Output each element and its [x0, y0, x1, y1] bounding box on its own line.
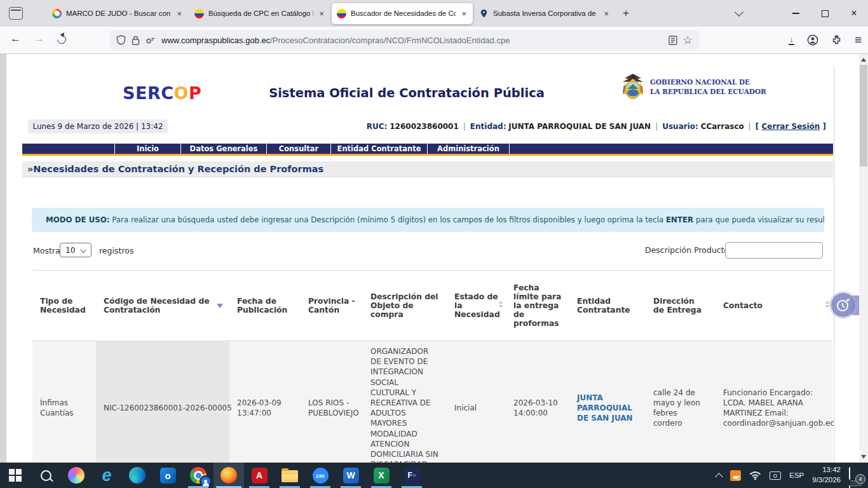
- extensions-puzzle-icon[interactable]: [831, 35, 842, 46]
- cell-tipo: Ínfimas Cuantías: [32, 341, 96, 475]
- records-per-page-select[interactable]: 10: [60, 243, 92, 257]
- window-maximize-button[interactable]: [811, 0, 839, 27]
- excel-button[interactable]: X: [366, 463, 397, 488]
- reader-mode-icon[interactable]: [668, 36, 677, 45]
- edge-button[interactable]: [122, 463, 153, 488]
- internet-explorer-button[interactable]: e: [92, 463, 122, 488]
- url-bar[interactable]: www.compraspublicas.gob.ec/ProcesoContra…: [110, 30, 699, 50]
- show-label: Mostrar: [33, 246, 64, 255]
- chrome-button[interactable]: [183, 463, 214, 488]
- tab-subasta-inversa[interactable]: Subasta Inversa Corporativa de ×: [474, 3, 615, 24]
- nav-item-consultar[interactable]: Consultar: [267, 144, 331, 154]
- account-icon[interactable]: [807, 34, 818, 46]
- chrome-profile-badge-icon: [200, 475, 212, 487]
- outlook-button[interactable]: o: [153, 463, 183, 488]
- page-title: Sistema Oficial de Contratación Pública: [216, 86, 597, 100]
- divider: |: [655, 122, 658, 131]
- cell-fecha-limite: 2026-03-10 14:00:00: [506, 341, 569, 475]
- product-filter-label: Descripción Producto:: [645, 245, 731, 255]
- copilot-button[interactable]: [61, 463, 92, 488]
- downloads-icon[interactable]: ↓: [789, 35, 794, 45]
- start-button[interactable]: [0, 463, 31, 488]
- content-right-border: [834, 67, 834, 463]
- entity-link[interactable]: JUNTA PARROQUIAL DE SAN JUAN: [577, 393, 633, 423]
- logout-bracket: ]: [820, 122, 826, 131]
- col-label: Descripción del Objeto de compra: [370, 292, 438, 319]
- tab-marco-de-judo[interactable]: MARCO DE JUDO - Buscar con G ×: [47, 3, 188, 24]
- logout-link[interactable]: Cerrar Sesión: [762, 122, 820, 131]
- scrollbar-thumb[interactable]: [860, 65, 867, 166]
- acrobat-button[interactable]: A: [244, 463, 275, 488]
- divider: |: [463, 122, 466, 131]
- col-header-estado[interactable]: Estado de la Necesidad: [447, 271, 506, 341]
- firefox-button[interactable]: [214, 463, 244, 488]
- nav-item-datos-generales[interactable]: Datos Generales: [181, 144, 267, 154]
- browser-toolbar: ← → www.compraspublicas.gob.ec/ProcesoCo…: [0, 27, 868, 54]
- nav-item-inicio[interactable]: Inicio: [115, 144, 181, 154]
- java-update-icon[interactable]: [730, 470, 741, 481]
- col-header-descripcion[interactable]: Descripción del Objeto de compra: [363, 271, 447, 341]
- word-button[interactable]: W: [336, 463, 366, 488]
- hamburger-menu-icon[interactable]: ≡: [855, 33, 862, 47]
- col-header-tipo[interactable]: Tipo de Necesidad: [32, 271, 96, 341]
- sort-icons[interactable]: [498, 301, 503, 308]
- ruc-label: RUC:: [367, 122, 388, 131]
- language-indicator[interactable]: ESP: [789, 471, 804, 479]
- bookmark-star-icon[interactable]: ☆: [683, 34, 693, 47]
- window-minimize-button[interactable]: [782, 0, 810, 27]
- zoom-button[interactable]: zm: [305, 463, 336, 488]
- acrobat-icon: A: [252, 468, 268, 484]
- taskbar-search-button[interactable]: [31, 463, 61, 488]
- ecuador-coat-of-arms-icon: [620, 73, 646, 101]
- scroll-down-icon[interactable]: [861, 455, 866, 459]
- ruc-value: 1260023860001: [390, 122, 459, 131]
- tab-close-icon[interactable]: ×: [602, 10, 610, 18]
- back-button[interactable]: ←: [10, 32, 21, 45]
- clock[interactable]: 13:42 9/3/2026: [812, 465, 841, 485]
- lock-icon[interactable]: [132, 36, 140, 45]
- window-close-button[interactable]: ×: [840, 0, 868, 27]
- tab-close-icon[interactable]: ×: [175, 10, 183, 18]
- cell-descripcion: ORGANIZADOR DE EVENTO DE INTEGRACION SOC…: [363, 341, 447, 475]
- tab-close-icon[interactable]: ×: [460, 10, 468, 18]
- col-header-fecha-publicacion[interactable]: Fecha de Publicación: [229, 271, 301, 341]
- tab-title: Búsqueda de CPC en Catálogo E: [208, 10, 313, 17]
- product-filter-input[interactable]: [725, 242, 823, 259]
- url-path: /ProcesoContratacion/compras/NCO/FrmNCOL…: [270, 36, 510, 45]
- wifi-icon[interactable]: [749, 471, 761, 480]
- wireless-display-icon[interactable]: [770, 471, 781, 480]
- file-explorer-button[interactable]: [275, 463, 305, 488]
- col-header-direccion[interactable]: Dirección de Entrega: [646, 271, 715, 341]
- tab-buscador-necesidades[interactable]: Buscador de Necesidades de Co ×: [332, 3, 473, 24]
- sort-icons[interactable]: [825, 301, 830, 308]
- permissions-icon[interactable]: [146, 36, 156, 44]
- list-all-tabs-icon[interactable]: [735, 8, 743, 17]
- system-tray: ESP 13:42 9/3/2026 4: [716, 463, 868, 488]
- nav-item-administracion[interactable]: Administración: [428, 144, 510, 154]
- firefox-view-icon[interactable]: [9, 7, 23, 20]
- tray-expand-chevron-icon[interactable]: [715, 473, 723, 481]
- col-header-contacto[interactable]: Contacto: [715, 271, 832, 341]
- sort-desc-icon[interactable]: [217, 304, 223, 308]
- vertical-scrollbar[interactable]: [859, 54, 868, 463]
- col-header-provincia[interactable]: Provincia - Cantón: [301, 271, 363, 341]
- col-header-codigo[interactable]: Código de Necesidad de Contratación: [96, 271, 229, 341]
- fe-app-button[interactable]: F≡: [397, 463, 427, 488]
- main-navigation: Inicio Datos Generales Consultar Entidad…: [22, 144, 833, 156]
- ecuador-favicon-icon: [337, 9, 346, 18]
- reload-button[interactable]: [55, 33, 68, 46]
- new-tab-button[interactable]: +: [623, 7, 629, 20]
- col-header-fecha-limite[interactable]: Fecha límite para la entrega de proforma…: [506, 271, 569, 341]
- nav-item-entidad-contratante[interactable]: Entidad Contratante: [331, 144, 428, 154]
- col-label: Fecha límite para la entrega de proforma…: [513, 283, 561, 328]
- tab-busqueda-cpc[interactable]: Búsqueda de CPC en Catálogo E ×: [189, 3, 330, 24]
- floating-timer-widget[interactable]: [831, 293, 855, 317]
- col-label: Tipo de Necesidad: [40, 297, 86, 315]
- url-text[interactable]: www.compraspublicas.gob.ec/ProcesoContra…: [161, 36, 663, 45]
- tab-close-icon[interactable]: ×: [318, 10, 325, 18]
- tracking-shield-icon[interactable]: [116, 35, 126, 45]
- notification-center-button[interactable]: 4: [849, 469, 863, 482]
- scroll-up-icon[interactable]: [861, 58, 866, 62]
- col-header-entidad[interactable]: Entidad Contratante: [569, 271, 646, 341]
- edge-icon: [129, 467, 146, 484]
